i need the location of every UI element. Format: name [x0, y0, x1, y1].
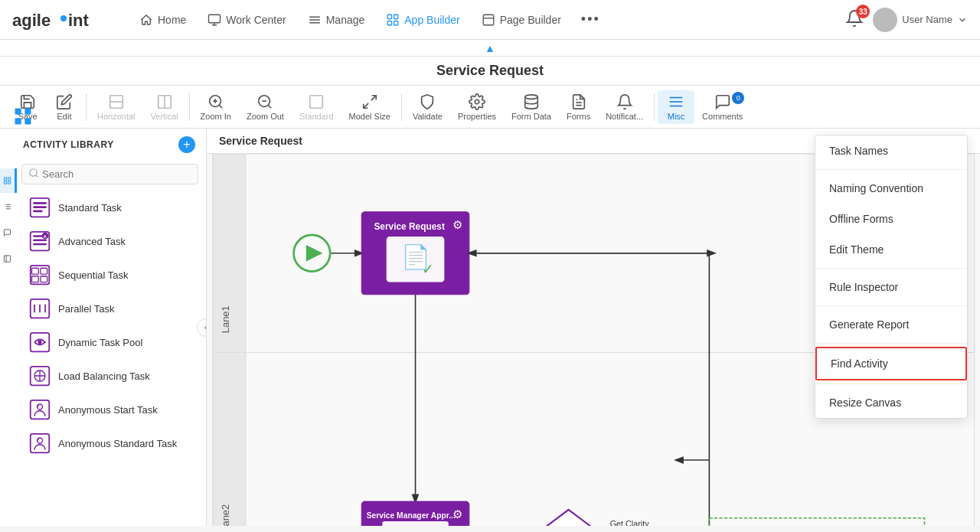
form-data-button[interactable]: Form Data [504, 90, 559, 124]
misc-button[interactable]: Misc [658, 90, 694, 124]
standard-button[interactable]: Standard [292, 90, 341, 124]
svg-rect-41 [4, 256, 10, 262]
nav-manage[interactable]: Manage [299, 8, 374, 31]
svg-point-1 [60, 15, 67, 21]
advanced-task-icon: A [29, 230, 51, 252]
validate-button[interactable]: Validate [405, 90, 450, 124]
svg-text:Lane2: Lane2 [220, 504, 231, 526]
svg-text:✓: ✓ [422, 260, 434, 277]
dropdown-divider-4 [815, 343, 967, 344]
dropdown-item-resize-canvas[interactable]: Resize Canvas [815, 387, 967, 418]
toolbar-divider-2 [189, 93, 190, 121]
misc-dropdown: Task Names Naming Convention Offline For… [815, 135, 968, 419]
user-menu[interactable]: User Name [873, 8, 968, 32]
dropdown-item-generate-report[interactable]: Generate Report [815, 309, 967, 340]
zoom-in-button[interactable]: Zoom In [193, 90, 239, 124]
svg-rect-12 [24, 118, 31, 124]
nav-page-builder[interactable]: Page Builder [472, 8, 570, 31]
svg-rect-48 [33, 211, 42, 213]
notification-button[interactable]: 33 [845, 9, 864, 30]
sidebar-icon-group [0, 168, 17, 271]
list-item[interactable]: ? Anonymous Start Task [21, 393, 206, 426]
list-item[interactable]: A Advanced Task [21, 224, 206, 258]
notifications-button[interactable]: Notificat... [598, 90, 651, 124]
model-size-button[interactable]: Model Size [341, 90, 398, 124]
user-name: User Name [902, 14, 952, 25]
edit-button[interactable]: Edit [46, 90, 83, 124]
properties-button[interactable]: Properties [450, 90, 504, 124]
sidebar-icon-list[interactable] [0, 194, 17, 219]
zoom-out-button[interactable]: Zoom Out [239, 90, 292, 124]
anon-standard-icon: ? [29, 432, 51, 454]
svg-line-18 [219, 105, 222, 108]
list-item[interactable]: Load Balancing Task [21, 359, 206, 393]
toolbar-divider-3 [401, 93, 402, 121]
toolbar-divider-1 [86, 93, 87, 121]
search-box [21, 164, 198, 184]
list-item[interactable]: Dynamic Task Pool [21, 325, 206, 359]
dropdown-item-offline-forms[interactable]: Offline Forms [815, 204, 967, 234]
comments-button[interactable]: 0 Comments [694, 90, 750, 124]
activity-library-title: ACTIVITY LIBRARY [23, 139, 114, 150]
svg-rect-57 [41, 268, 47, 274]
svg-rect-7 [394, 21, 398, 24]
page-title-row: Service Request [0, 57, 980, 86]
sidebar-header: ACTIVITY LIBRARY + [0, 129, 206, 161]
sidebar-icon-library[interactable] [0, 168, 17, 193]
list-item[interactable]: ? Anonymous Standard Task [21, 426, 206, 460]
svg-text:?: ? [37, 437, 40, 442]
svg-rect-47 [33, 206, 47, 208]
collapse-panel-button[interactable]: ▲ [485, 42, 495, 54]
top-nav: agile int Home Work Center Manage App Bu… [0, 0, 980, 40]
dropdown-item-find-activity[interactable]: Find Activity [815, 347, 967, 380]
search-input[interactable] [42, 168, 191, 180]
vertical-button[interactable]: Vertical [143, 90, 186, 124]
svg-rect-8 [483, 15, 494, 25]
svg-rect-51 [33, 239, 47, 241]
horizontal-button[interactable]: Horizontal [90, 90, 143, 124]
list-item[interactable]: Parallel Task [21, 292, 206, 325]
nav-work-center[interactable]: Work Center [198, 8, 295, 31]
nav-home[interactable]: Home [130, 8, 195, 31]
nav-app-builder[interactable]: App Builder [377, 8, 469, 31]
sidebar-icon-tag[interactable] [0, 246, 17, 271]
logo[interactable]: agile int [12, 8, 112, 32]
notification-badge: 33 [856, 5, 870, 18]
svg-text:?: ? [37, 403, 40, 409]
svg-point-43 [30, 169, 37, 176]
list-item[interactable]: Standard Task [21, 191, 206, 224]
svg-point-65 [38, 340, 41, 344]
svg-text:Service Request: Service Request [374, 221, 444, 232]
forms-button[interactable]: Forms [559, 90, 598, 124]
svg-line-26 [363, 103, 368, 107]
dropdown-divider-2 [815, 268, 967, 269]
svg-rect-4 [388, 15, 392, 18]
chevron-down-icon [957, 15, 968, 25]
comments-badge: 0 [732, 92, 744, 104]
svg-rect-6 [388, 21, 392, 24]
dropdown-item-edit-theme[interactable]: Edit Theme [815, 234, 967, 265]
sidebar-icon-comment[interactable] [0, 220, 17, 245]
svg-line-22 [269, 105, 272, 108]
list-item[interactable]: Sequential Task [21, 258, 206, 292]
add-activity-button[interactable]: + [178, 136, 195, 153]
svg-line-25 [371, 95, 376, 100]
dropdown-item-task-names[interactable]: Task Names [815, 135, 967, 166]
dropdown-item-naming-convention[interactable]: Naming Convention [815, 173, 967, 204]
svg-text:Service Manager Appr...: Service Manager Appr... [367, 511, 456, 520]
svg-text:int: int [68, 11, 90, 30]
svg-text:»: » [557, 525, 565, 526]
dropdown-item-rule-inspector[interactable]: Rule Inspector [815, 272, 967, 302]
svg-rect-33 [4, 181, 6, 184]
svg-rect-56 [32, 268, 39, 274]
nav-more[interactable]: ••• [573, 7, 608, 32]
svg-rect-32 [8, 178, 10, 180]
svg-rect-31 [4, 178, 6, 180]
svg-rect-34 [8, 181, 10, 184]
dropdown-divider-3 [815, 305, 967, 306]
svg-text:A: A [43, 233, 47, 239]
toolbar: Save Edit Horizontal Vertical Zoom In Zo… [0, 86, 980, 129]
svg-text:Get Clarity: Get Clarity [610, 519, 650, 526]
grid-icon[interactable] [12, 106, 34, 129]
parallel-task-icon [29, 298, 51, 319]
